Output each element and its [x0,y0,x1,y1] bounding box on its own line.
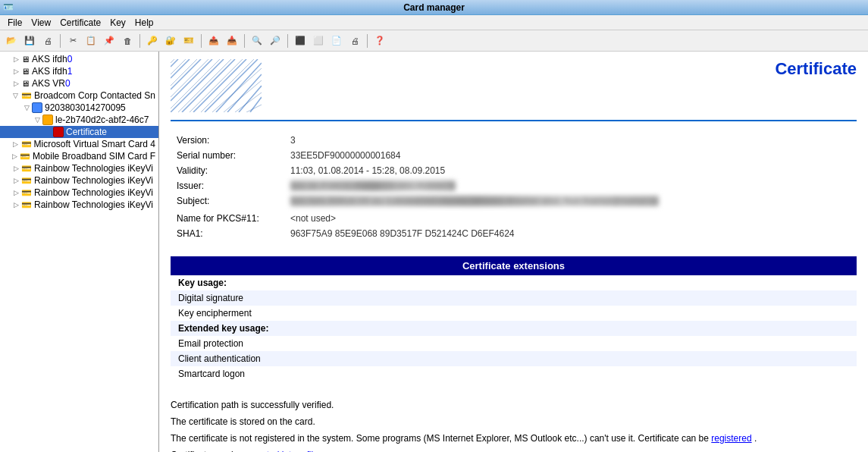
menu-help[interactable]: Help [130,16,158,30]
field-value: 3 [284,133,857,148]
toolbar-pin-btn[interactable]: 📌 [101,33,118,49]
toolbar-search-btn[interactable]: 🔍 [249,33,265,49]
tree-label: 9203803014270095 [45,102,126,113]
key-icon [42,115,53,125]
tree-label: Rainbow Technologies iKeyVi [34,199,153,210]
toolbar-doc-btn[interactable]: 📄 [328,33,345,49]
blurred-subject: hzc. lum. B9Kck Vfr au. Lukowatotol obpu… [290,196,659,206]
tree-toggle: ▽ [32,116,42,124]
toolbar-copy-btn[interactable]: 📋 [83,33,99,49]
status-verified: Certification path is successfully verif… [171,397,857,413]
tree-item-rainbow-1[interactable]: ▷ 💳 Rainbow Technologies iKeyVi [0,162,158,174]
toolbar-sep-2 [139,34,140,48]
table-row: SHA1: 963F75A9 85E9E068 89D3517F D521424… [171,226,857,241]
tree-toggle: ▷ [11,177,21,184]
register-link[interactable]: registered [711,433,751,444]
field-value: 963F75A9 85E9E068 89D3517F D521424C D6EF… [284,226,857,241]
toolbar-sep-6 [367,34,368,48]
menu-file[interactable]: File [3,16,27,30]
toolbar-zoom-btn[interactable]: 🔎 [267,33,284,49]
toolbar-import-btn[interactable]: 📥 [224,33,240,49]
tree-toggle: ▷ [11,165,21,172]
field-label: Subject: [171,193,284,211]
table-row: Validity: 11:03, 01.08.2014 - 15:28, 08.… [171,163,857,178]
cert-header: Certificate [171,59,857,121]
tree-item-broadcom[interactable]: ▽ 💳 Broadcom Corp Contacted Sn [0,89,158,102]
toolbar-sep-4 [244,34,245,48]
field-label: Version: [171,133,284,148]
ext-row-smartcard-logon: Smartcard logon [171,366,857,381]
field-label: Issuer: [171,178,284,193]
toolbar: 📂 💾 🖨 ✂ 📋 📌 🗑 🔑 🔐 🎫 📤 📥 🔍 🔎 ⬛ ⬜ 📄 🖨 ❓ [0,30,868,52]
status-not-registered: The certificate is not registered in the… [171,430,857,447]
ext-row-email-prot: Email protection [171,336,857,351]
field-value: 11:03, 01.08.2014 - 15:28, 08.09.2015 [284,163,857,178]
tree-toggle: ▷ [11,55,21,63]
status-stored: The certificate is stored on the card. [171,413,857,430]
tree-badge: 0 [65,78,71,89]
tree-item-aks-ifdh-0[interactable]: ▷ 🖥 AKS ifdh 0 [0,53,158,65]
tree-label: Microsoft Virtual Smart Card 4 [34,139,156,149]
tree-label: Rainbow Technologies iKeyVi [34,187,153,198]
tree-label: AKS ifdh [32,66,67,77]
table-row: Subject: hzc. lum. B9Kck Vfr au. Lukowat… [171,193,857,211]
cert-icon [53,127,64,137]
ext-row-client-auth: Client authentication [171,351,857,366]
toolbar-save-btn[interactable]: 💾 [21,33,38,49]
tree-item-le-cert[interactable]: ▽ le-2b740d2c-abf2-46c7 [0,114,158,126]
title-bar: 🪪 Card manager [0,0,868,15]
main-content: ▷ 🖥 AKS ifdh 0 ▷ 🖥 AKS ifdh 1 ▷ 🖥 AKS VR… [0,52,868,452]
field-label: SHA1: [171,226,284,241]
tree-item-aks-vr-0[interactable]: ▷ 🖥 AKS VR 0 [0,77,158,89]
tree-item-mobile-broadband[interactable]: ▷ 💳 Mobile Broadband SIM Card F [0,150,158,162]
card-icon: 💳 [20,152,30,162]
toolbar-sep-5 [287,34,288,48]
menu-view[interactable]: View [27,16,55,30]
tree-item-rainbow-4[interactable]: ▷ 💳 Rainbow Technologies iKeyVi [0,199,158,211]
field-value: 33EE5DF90000000001684 [284,148,857,163]
tree-item-rainbow-2[interactable]: ▷ 💳 Rainbow Technologies iKeyVi [0,174,158,187]
slot-icon [32,102,42,113]
toolbar-lock-btn[interactable]: 🔐 [162,33,179,49]
toolbar-cert-btn[interactable]: 🎫 [180,33,197,49]
toolbar-export-btn[interactable]: 📤 [205,33,222,49]
tree-badge: 0 [67,54,73,64]
card-icon: 💳 [21,140,32,149]
menu-certificate[interactable]: Certificate [55,16,105,30]
tree-label: Certificate [66,127,107,137]
tree-item-rainbow-3[interactable]: ▷ 💳 Rainbow Technologies iKeyVi [0,187,158,199]
cert-title: Certificate [775,59,857,79]
toolbar-print-btn[interactable]: 🖨 [39,33,56,49]
tree-item-certificate[interactable]: Certificate [0,126,158,138]
table-row: Issuer: hzc. bl. F38CC· Füt [ul·Ch I40CR… [171,178,857,193]
status-export: Certificate can be exported into a file. [171,447,857,452]
table-row: Version: 3 [171,133,857,148]
title-bar-icon: 🪪 [3,2,14,12]
table-row: Name for PKCS#11: <not used> [171,211,857,226]
tree-toggle: ▷ [11,80,21,87]
toolbar-print2-btn[interactable]: 🖨 [346,33,363,49]
cert-logo [171,59,262,112]
tree-item-ms-virtual[interactable]: ▷ 💳 Microsoft Virtual Smart Card 4 [0,138,158,150]
toolbar-open-btn[interactable]: 📂 [3,33,20,49]
card-icon: 💳 [21,164,32,174]
toolbar-delete-btn[interactable]: 🗑 [119,33,136,49]
field-value-blurred: hzc. lum. B9Kck Vfr au. Lukowatotol obpu… [284,193,857,211]
toolbar-help-btn[interactable]: ❓ [371,33,388,49]
ext-row-key-enc: Key encipherment [171,306,857,321]
menu-key[interactable]: Key [105,16,130,30]
tree-toggle: ▷ [11,201,21,209]
toolbar-cut-btn[interactable]: ✂ [64,33,81,49]
tree-toggle: ▷ [11,152,20,160]
tree-item-serial[interactable]: ▽ 9203803014270095 [0,102,158,114]
toolbar-white-btn[interactable]: ⬜ [310,33,327,49]
blurred-issuer: hzc. bl. F38CC· Füt [ul·Ch I40CR0Bθ#7B [290,180,456,191]
cert-title-area: Certificate [277,59,857,79]
cert-extensions: Certificate extensions Key usage: Digita… [171,256,857,381]
smartcard-icon: 🖥 [21,55,30,64]
card-icon: 💳 [21,91,32,101]
toolbar-key-btn[interactable]: 🔑 [144,33,161,49]
toolbar-black-btn[interactable]: ⬛ [292,33,309,49]
tree-panel[interactable]: ▷ 🖥 AKS ifdh 0 ▷ 🖥 AKS ifdh 1 ▷ 🖥 AKS VR… [0,52,159,452]
tree-item-aks-ifdh-1[interactable]: ▷ 🖥 AKS ifdh 1 [0,65,158,77]
